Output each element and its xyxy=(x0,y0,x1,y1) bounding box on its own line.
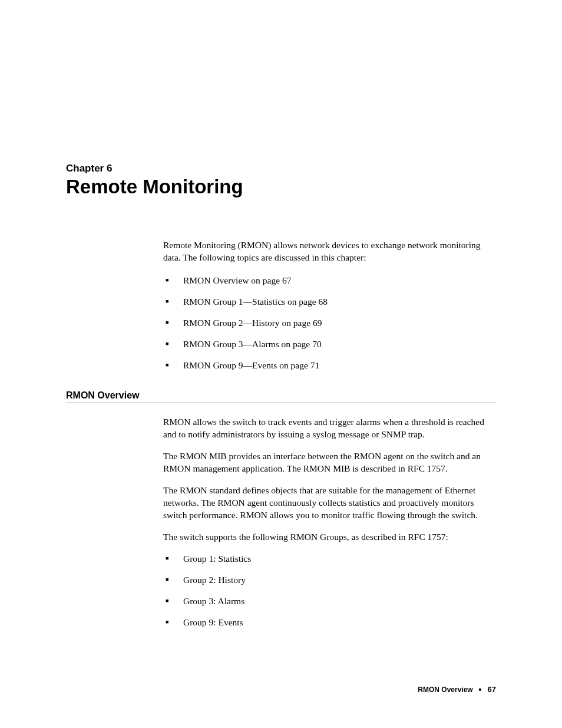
intro-block: Remote Monitoring (RMON) allows network … xyxy=(163,239,496,371)
group-item: Group 1: Statistics xyxy=(163,553,496,565)
square-icon: ■ xyxy=(479,687,482,692)
section-paragraph: The switch supports the following RMON G… xyxy=(163,531,496,543)
section-heading: RMON Overview xyxy=(66,390,496,401)
topic-item: RMON Group 9—Events on page 71 xyxy=(163,360,496,372)
page-number: 67 xyxy=(488,685,496,694)
section-paragraph: The RMON MIB provides an interface betwe… xyxy=(163,450,496,475)
topic-item: RMON Group 3—Alarms on page 70 xyxy=(163,338,496,351)
section-body: RMON allows the switch to track events a… xyxy=(163,416,496,628)
intro-paragraph: Remote Monitoring (RMON) allows network … xyxy=(163,239,496,264)
topic-item: RMON Overview on page 67 xyxy=(163,275,496,287)
page-footer: RMON Overview ■ 67 xyxy=(418,685,496,694)
section-paragraph: RMON allows the switch to track events a… xyxy=(163,416,496,441)
section-paragraph: The RMON standard defines objects that a… xyxy=(163,485,496,522)
topic-list: RMON Overview on page 67 RMON Group 1—St… xyxy=(163,275,496,372)
section-header: RMON Overview xyxy=(66,390,496,403)
group-item: Group 3: Alarms xyxy=(163,595,496,608)
topic-item: RMON Group 1—Statistics on page 68 xyxy=(163,296,496,308)
chapter-heading-block: Chapter 6 Remote Monitoring xyxy=(66,163,496,198)
chapter-label: Chapter 6 xyxy=(66,163,496,174)
footer-section-label: RMON Overview xyxy=(418,686,472,694)
group-item: Group 2: History xyxy=(163,574,496,587)
topic-item: RMON Group 2—History on page 69 xyxy=(163,317,496,330)
chapter-title: Remote Monitoring xyxy=(66,176,496,198)
section-rule xyxy=(66,403,496,403)
page-content: Chapter 6 Remote Monitoring Remote Monit… xyxy=(66,163,496,648)
group-list: Group 1: Statistics Group 2: History Gro… xyxy=(163,553,496,629)
group-item: Group 9: Events xyxy=(163,617,496,629)
